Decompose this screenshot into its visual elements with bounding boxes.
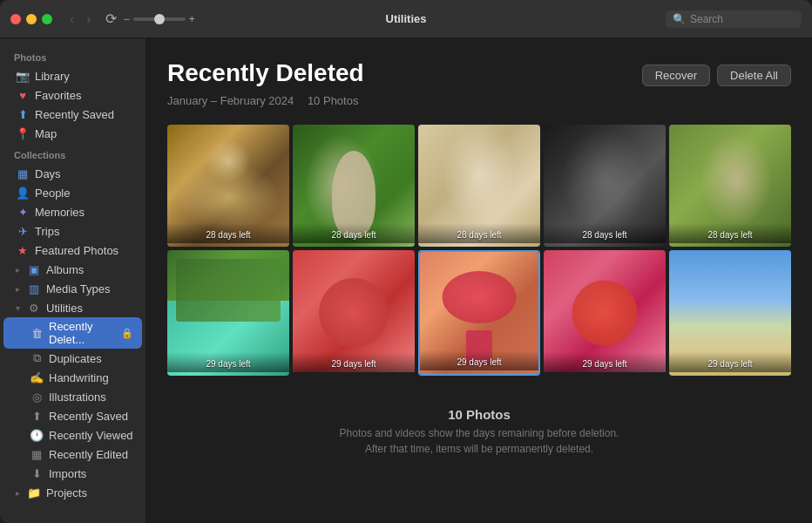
photo-days-9: 29 days left [544,352,666,372]
back-button[interactable]: ‹ [66,10,78,29]
sidebar-item-favorites[interactable]: ♥ Favorites [3,85,142,105]
featured-label: Featured Photos [35,244,133,257]
photo-item-10[interactable]: 29 days left [669,250,791,376]
featured-icon: ★ [16,243,30,257]
memories-icon: ✦ [16,205,30,219]
content-area: Recently Deleted Recover Delete All Janu… [146,38,812,523]
sidebar-item-recently-deleted[interactable]: 🗑 Recently Delet... 🔒 [3,317,142,349]
sidebar-item-utilities[interactable]: ▾ ⚙ Utilities [3,298,142,317]
sidebar-item-illustrations[interactable]: ◎ Illustrations [3,387,142,406]
handwriting-label: Handwriting [49,371,133,384]
sidebar-item-people[interactable]: 👤 People [3,183,142,202]
projects-label: Projects [46,486,133,499]
sidebar: Photos 📷 Library ♥ Favorites ⬆ Recently … [0,38,146,523]
duplicates-icon: ⧉ [30,351,44,365]
projects-expand-icon: ▸ [16,488,20,498]
footer-desc-1: Photos and videos show the days remainin… [167,425,791,441]
sidebar-item-duplicates[interactable]: ⧉ Duplicates [3,349,142,368]
days-label: Days [35,167,133,180]
sidebar-item-trips[interactable]: ✈ Trips [3,221,142,241]
recently-saved-icon: ⬆ [16,107,30,121]
photo-days-1: 28 days left [167,223,289,243]
photo-item-6[interactable]: 29 days left [167,250,289,376]
photo-grid: 28 days left 28 days left 28 days left [167,125,791,376]
imports-label: Imports [49,467,133,480]
zoom-control: − + [124,13,195,25]
nav-controls: ‹ › [66,10,95,29]
sidebar-item-memories[interactable]: ✦ Memories [3,202,142,221]
footer-info: 10 Photos Photos and videos show the day… [167,393,791,478]
delete-all-button[interactable]: Delete All [717,65,791,86]
illustrations-label: Illustrations [49,391,133,404]
zoom-slider[interactable] [133,17,186,21]
traffic-lights [10,14,52,24]
sidebar-item-map[interactable]: 📍 Map [3,124,142,143]
favorites-icon: ♥ [16,88,30,102]
handwriting-icon: ✍ [30,370,44,384]
minimize-button[interactable] [26,14,37,24]
sidebar-item-handwriting[interactable]: ✍ Handwriting [3,368,142,387]
search-input[interactable] [690,13,795,25]
utilities-label: Utilities [46,302,133,315]
lock-icon: 🔒 [121,328,133,339]
forward-button[interactable]: › [83,10,94,29]
app-window: ‹ › ⟳ − + Utilities 🔍 Photos 📷 Library [0,0,812,523]
utilities-expand-icon: ▾ [16,303,20,313]
window-title: Utilities [386,12,427,25]
sidebar-item-projects[interactable]: ▸ 📁 Projects [3,483,142,502]
photo-item-5[interactable]: 28 days left [669,125,791,247]
close-button[interactable] [10,14,21,24]
library-icon: 📷 [16,69,30,83]
duplicates-label: Duplicates [49,352,133,365]
content-actions: Recover Delete All [642,59,791,86]
photo-days-6: 29 days left [167,352,289,372]
zoom-minus-icon[interactable]: − [124,13,130,25]
sidebar-item-recently-saved-sub[interactable]: ⬆ Recently Saved [3,406,142,425]
zoom-thumb [154,14,165,24]
sidebar-item-media-types[interactable]: ▸ ▥ Media Types [3,279,142,298]
photo-item-4[interactable]: 28 days left [544,125,666,247]
collections-section-label: Collections [0,143,145,164]
photo-item-1[interactable]: 28 days left [167,125,289,247]
titlebar: ‹ › ⟳ − + Utilities 🔍 [0,0,812,38]
photo-days-3: 28 days left [418,223,540,243]
memories-label: Memories [35,206,133,219]
photo-item-9[interactable]: 29 days left [544,250,666,376]
content-header: Recently Deleted Recover Delete All [167,59,791,87]
photo-item-7[interactable]: 29 days left [293,250,415,376]
date-range: January – February 2024 [167,94,294,107]
recently-edited-icon: ▦ [30,447,44,461]
photo-item-8[interactable]: 29 days left [418,250,540,376]
sidebar-item-recently-edited[interactable]: ▦ Recently Edited [3,445,142,464]
days-icon: ▦ [16,166,30,180]
illustrations-icon: ◎ [30,390,44,404]
sidebar-item-featured-photos[interactable]: ★ Featured Photos [3,241,142,260]
sidebar-item-imports[interactable]: ⬇ Imports [3,464,142,483]
sidebar-item-recently-saved[interactable]: ⬆ Recently Saved [3,105,142,124]
search-box: 🔍 [666,10,802,28]
recently-deleted-label: Recently Delet... [49,320,116,346]
maximize-button[interactable] [42,14,52,24]
recently-viewed-icon: 🕐 [30,428,44,442]
sidebar-item-library[interactable]: 📷 Library [3,66,142,85]
mediatypes-icon: ▥ [27,282,41,295]
people-icon: 👤 [16,186,30,200]
sidebar-item-days[interactable]: ▦ Days [3,164,142,183]
photo-item-3[interactable]: 28 days left [418,125,540,247]
photo-days-5: 28 days left [669,223,791,243]
rotate-icon[interactable]: ⟳ [105,10,117,27]
sidebar-item-recently-viewed[interactable]: 🕐 Recently Viewed [3,425,142,445]
map-label: Map [35,127,133,140]
page-title: Recently Deleted [167,59,364,87]
sidebar-item-albums[interactable]: ▸ ▣ Albums [3,260,142,279]
photo-days-2: 28 days left [293,223,415,243]
photo-count: 10 Photos [308,94,359,107]
zoom-plus-icon[interactable]: + [189,13,195,25]
recently-saved-label: Recently Saved [35,108,133,121]
recover-button[interactable]: Recover [642,65,710,86]
photo-item-2[interactable]: 28 days left [293,125,415,247]
footer-desc-2: After that time, items will be permanent… [167,441,791,457]
trips-icon: ✈ [16,224,30,238]
recently-viewed-label: Recently Viewed [49,429,133,442]
people-label: People [35,187,133,200]
